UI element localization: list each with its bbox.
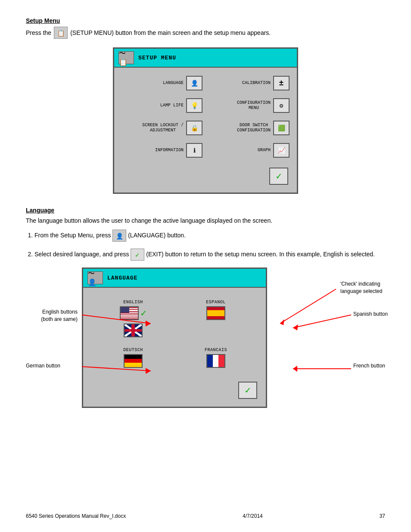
menu-cell-calibration[interactable]: CALIBRATION ±	[206, 72, 293, 94]
language-label: LANGUAGE	[163, 81, 184, 86]
english-flag-button-2[interactable]	[124, 324, 143, 337]
lang-cell-francais[interactable]: FRANCAIS	[174, 342, 257, 373]
svg-marker-5	[293, 366, 297, 372]
svg-line-2	[293, 315, 351, 328]
menu-cell-lamp-life[interactable]: LAMP LIFE 💡	[118, 94, 206, 117]
lang-screen-header: 〜👤 LANGUAGE	[83, 269, 266, 288]
checkmark-row: ✓	[114, 166, 297, 193]
step-1: From the Setup Menu, press 👤 (LANGUAGE) …	[34, 230, 385, 242]
lang-checkmark-button[interactable]: ✓	[238, 382, 257, 399]
annotation-check: 'Check' indicatinglanguage selected	[340, 280, 396, 295]
information-button[interactable]: ℹ	[186, 143, 202, 158]
config-button[interactable]: ⚙	[273, 98, 290, 113]
menu-cell-graph[interactable]: GRAPH 📈	[206, 139, 293, 162]
menu-cell-information[interactable]: INFORMATION ℹ	[118, 139, 206, 162]
menu-cell-config[interactable]: CONFIGURATIONMENU ⚙	[206, 94, 293, 117]
footer-center: 4/7/2014	[243, 513, 263, 519]
english-flag-button[interactable]	[120, 306, 139, 320]
setup-menu-screen: 〜📋 SETUP MENU LANGUAGE 👤 CALIBRATION ± L…	[113, 47, 298, 194]
step2-exit-icon: ✓	[131, 249, 144, 261]
annotation-french: French button	[353, 362, 396, 370]
intro-text-before: Press the	[26, 29, 51, 36]
step2-text-after: (EXIT) button to return to the setup men…	[146, 251, 375, 258]
francais-flag-button[interactable]	[206, 354, 225, 368]
annotation-english-label: English buttons(both are same)	[41, 309, 78, 322]
lamp-life-label: LAMP LIFE	[160, 103, 184, 108]
annotation-check-label: 'Check' indicatinglanguage selected	[340, 281, 382, 294]
intro-text-after: (SETUP MENU) button from the main screen…	[70, 29, 271, 36]
menu-grid: LANGUAGE 👤 CALIBRATION ± LAMP LIFE 💡 CON…	[114, 68, 297, 166]
language-description: The language button allows the user to c…	[26, 216, 385, 225]
calibration-button[interactable]: ±	[273, 76, 290, 90]
step1-language-icon: 👤	[112, 230, 126, 242]
footer-left: 6540 Series Operations Manual Rev_I.docx	[26, 513, 126, 519]
english-label: ENGLISH	[123, 300, 143, 305]
screen-lockout-button[interactable]: 🔒	[186, 121, 202, 135]
intro-line: Press the 📋 (SETUP MENU) button from the…	[26, 27, 385, 39]
annotation-spanish-label: Spanish button	[353, 311, 388, 317]
annotation-german-label: German button	[26, 363, 60, 369]
screen-header: 〜📋 SETUP MENU	[114, 49, 297, 68]
annotation-french-label: French button	[353, 363, 385, 369]
calibration-label: CALIBRATION	[242, 81, 271, 86]
annotation-german: German button	[26, 362, 69, 370]
svg-line-0	[280, 289, 336, 324]
screen-header-wave-icon: 〜📋	[118, 51, 134, 64]
step1-text-after: (LANGUAGE) button.	[128, 232, 186, 239]
espanol-flag-button[interactable]	[206, 306, 225, 320]
graph-label: GRAPH	[258, 148, 271, 153]
lang-grid: ENGLISH ✓ ESPANOL DEUTSCH	[83, 288, 266, 380]
lang-cell-english[interactable]: ENGLISH ✓	[92, 295, 174, 342]
language-title: Language	[26, 207, 385, 214]
footer-right: 37	[380, 513, 385, 519]
language-screen: 〜👤 LANGUAGE ENGLISH ✓ ESPANOL	[82, 268, 267, 408]
setup-menu-inline-icon: 📋	[54, 27, 68, 39]
francais-label: FRANCAIS	[205, 348, 227, 352]
language-section: Language The language button allows the …	[26, 207, 385, 405]
lang-cell-deutsch[interactable]: DEUTSCH	[92, 342, 174, 373]
english-checkmark: ✓	[140, 308, 146, 319]
language-screen-wrapper: 'Check' indicatinglanguage selected Span…	[26, 268, 396, 405]
menu-cell-door-switch[interactable]: DOOR SWITCHCONFIGURATION 🟩	[206, 117, 293, 139]
graph-button[interactable]: 📈	[273, 143, 290, 158]
step2-text-before: Select desired language, and press	[34, 251, 129, 258]
lang-screen-header-icon: 〜👤	[87, 271, 103, 284]
language-button[interactable]: 👤	[186, 76, 202, 90]
step1-text-before: From the Setup Menu, press	[34, 232, 111, 239]
annotation-english: English buttons(both are same)	[26, 308, 78, 323]
setup-checkmark-button[interactable]: ✓	[269, 168, 288, 185]
door-switch-label: DOOR SWITCHCONFIGURATION	[237, 123, 271, 133]
information-label: INFORMATION	[155, 148, 184, 153]
screen-lockout-label: SCREEN LOCKOUT /ADJUSTMENT	[142, 123, 184, 133]
config-label: CONFIGURATIONMENU	[237, 100, 271, 111]
step-2: Select desired language, and press ✓ (EX…	[34, 249, 385, 261]
lamp-life-button[interactable]: 💡	[186, 98, 202, 113]
menu-cell-language[interactable]: LANGUAGE 👤	[118, 72, 206, 94]
lang-screen-header-title: LANGUAGE	[107, 275, 137, 281]
lang-checkmark-row: ✓	[83, 380, 266, 407]
espanol-label: ESPANOL	[206, 300, 226, 305]
lang-cell-espanol[interactable]: ESPANOL	[174, 295, 257, 342]
svg-marker-1	[280, 319, 284, 325]
annotation-spanish: Spanish button	[353, 311, 396, 318]
page-footer: 6540 Series Operations Manual Rev_I.docx…	[26, 513, 385, 519]
setup-menu-section: Setup Menu Press the 📋 (SETUP MENU) butt…	[26, 17, 385, 194]
deutsch-flag-button[interactable]	[124, 354, 143, 368]
deutsch-label: DEUTSCH	[123, 348, 143, 352]
svg-marker-3	[293, 324, 298, 330]
steps-list: From the Setup Menu, press 👤 (LANGUAGE) …	[26, 230, 385, 261]
screen-header-title: SETUP MENU	[138, 55, 176, 61]
menu-cell-screen-lockout[interactable]: SCREEN LOCKOUT /ADJUSTMENT 🔒	[118, 117, 206, 139]
setup-menu-title: Setup Menu	[26, 17, 385, 24]
door-switch-button[interactable]: 🟩	[273, 121, 290, 135]
